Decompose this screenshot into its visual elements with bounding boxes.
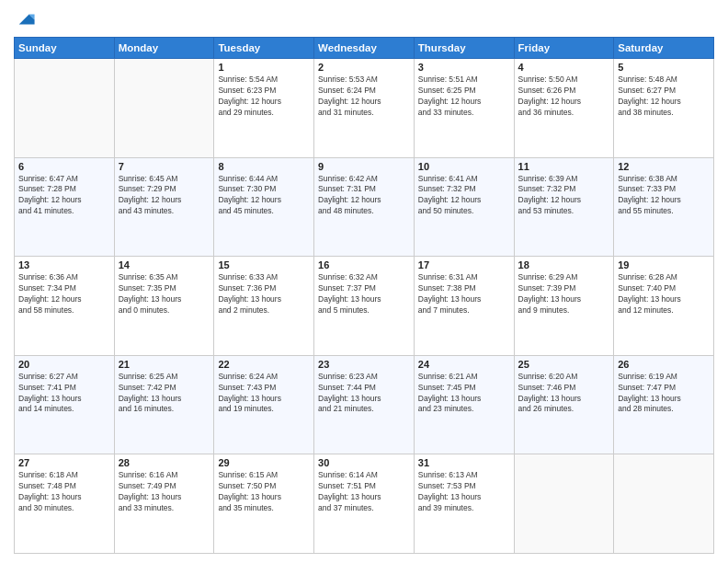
day-number: 25 <box>518 359 610 370</box>
day-info: Sunrise: 6:14 AM Sunset: 7:51 PM Dayligh… <box>318 470 410 514</box>
calendar-week-1: 1Sunrise: 5:54 AM Sunset: 6:23 PM Daylig… <box>15 59 714 158</box>
day-number: 14 <box>119 259 210 270</box>
calendar-cell: 5Sunrise: 5:48 AM Sunset: 6:27 PM Daylig… <box>614 59 714 158</box>
day-number: 22 <box>218 359 310 370</box>
day-info: Sunrise: 6:35 AM Sunset: 7:35 PM Dayligh… <box>119 272 210 316</box>
day-info: Sunrise: 6:13 AM Sunset: 7:53 PM Dayligh… <box>418 470 510 514</box>
day-number: 31 <box>418 457 510 468</box>
calendar-cell: 12Sunrise: 6:38 AM Sunset: 7:33 PM Dayli… <box>614 157 714 257</box>
day-info: Sunrise: 6:29 AM Sunset: 7:39 PM Dayligh… <box>518 272 610 316</box>
day-info: Sunrise: 6:31 AM Sunset: 7:38 PM Dayligh… <box>418 272 510 316</box>
header <box>14 9 714 29</box>
day-number: 26 <box>618 359 710 370</box>
calendar-cell: 21Sunrise: 6:25 AM Sunset: 7:42 PM Dayli… <box>114 355 214 454</box>
day-number: 20 <box>18 359 110 370</box>
day-info: Sunrise: 6:33 AM Sunset: 7:36 PM Dayligh… <box>218 272 310 316</box>
calendar-cell: 20Sunrise: 6:27 AM Sunset: 7:41 PM Dayli… <box>15 355 115 454</box>
page: SundayMondayTuesdayWednesdayThursdayFrid… <box>0 0 728 563</box>
calendar-cell: 8Sunrise: 6:44 AM Sunset: 7:30 PM Daylig… <box>214 157 314 257</box>
day-info: Sunrise: 6:24 AM Sunset: 7:43 PM Dayligh… <box>218 372 310 416</box>
day-number: 5 <box>618 62 710 73</box>
day-number: 7 <box>119 161 210 172</box>
weekday-header-sunday: Sunday <box>15 38 115 59</box>
day-number: 19 <box>618 259 710 270</box>
day-number: 28 <box>119 457 210 468</box>
weekday-header-monday: Monday <box>114 38 214 59</box>
calendar-week-4: 20Sunrise: 6:27 AM Sunset: 7:41 PM Dayli… <box>15 355 714 454</box>
calendar-cell <box>514 454 614 554</box>
calendar-cell: 31Sunrise: 6:13 AM Sunset: 7:53 PM Dayli… <box>414 454 514 554</box>
day-number: 13 <box>18 259 110 270</box>
day-info: Sunrise: 6:41 AM Sunset: 7:32 PM Dayligh… <box>418 174 510 218</box>
day-info: Sunrise: 6:44 AM Sunset: 7:30 PM Dayligh… <box>218 174 310 218</box>
day-info: Sunrise: 6:28 AM Sunset: 7:40 PM Dayligh… <box>618 272 710 316</box>
day-info: Sunrise: 6:23 AM Sunset: 7:44 PM Dayligh… <box>318 372 410 416</box>
calendar-cell: 13Sunrise: 6:36 AM Sunset: 7:34 PM Dayli… <box>15 257 115 356</box>
calendar-cell: 29Sunrise: 6:15 AM Sunset: 7:50 PM Dayli… <box>214 454 314 554</box>
day-info: Sunrise: 6:42 AM Sunset: 7:31 PM Dayligh… <box>318 174 410 218</box>
calendar-cell: 25Sunrise: 6:20 AM Sunset: 7:46 PM Dayli… <box>514 355 614 454</box>
calendar-cell: 19Sunrise: 6:28 AM Sunset: 7:40 PM Dayli… <box>614 257 714 356</box>
day-info: Sunrise: 6:21 AM Sunset: 7:45 PM Dayligh… <box>418 372 510 416</box>
calendar-cell: 4Sunrise: 5:50 AM Sunset: 6:26 PM Daylig… <box>514 59 614 158</box>
logo-icon <box>16 9 36 29</box>
weekday-header-tuesday: Tuesday <box>214 38 314 59</box>
day-number: 29 <box>218 457 310 468</box>
day-info: Sunrise: 5:51 AM Sunset: 6:25 PM Dayligh… <box>418 75 510 119</box>
calendar-cell: 23Sunrise: 6:23 AM Sunset: 7:44 PM Dayli… <box>314 355 415 454</box>
day-info: Sunrise: 6:47 AM Sunset: 7:28 PM Dayligh… <box>18 174 110 218</box>
calendar-cell: 2Sunrise: 5:53 AM Sunset: 6:24 PM Daylig… <box>314 59 415 158</box>
day-info: Sunrise: 5:50 AM Sunset: 6:26 PM Dayligh… <box>518 75 610 119</box>
day-info: Sunrise: 6:39 AM Sunset: 7:32 PM Dayligh… <box>518 174 610 218</box>
day-number: 18 <box>518 259 610 270</box>
calendar-cell: 1Sunrise: 5:54 AM Sunset: 6:23 PM Daylig… <box>214 59 314 158</box>
day-number: 16 <box>318 259 410 270</box>
calendar-cell: 7Sunrise: 6:45 AM Sunset: 7:29 PM Daylig… <box>114 157 214 257</box>
calendar-cell: 26Sunrise: 6:19 AM Sunset: 7:47 PM Dayli… <box>614 355 714 454</box>
day-number: 4 <box>518 62 610 73</box>
calendar-cell: 17Sunrise: 6:31 AM Sunset: 7:38 PM Dayli… <box>414 257 514 356</box>
calendar-cell: 18Sunrise: 6:29 AM Sunset: 7:39 PM Dayli… <box>514 257 614 356</box>
calendar-week-3: 13Sunrise: 6:36 AM Sunset: 7:34 PM Dayli… <box>15 257 714 356</box>
day-info: Sunrise: 6:15 AM Sunset: 7:50 PM Dayligh… <box>218 470 310 514</box>
day-number: 1 <box>218 62 310 73</box>
calendar-cell: 6Sunrise: 6:47 AM Sunset: 7:28 PM Daylig… <box>15 157 115 257</box>
day-info: Sunrise: 6:16 AM Sunset: 7:49 PM Dayligh… <box>119 470 210 514</box>
day-info: Sunrise: 6:19 AM Sunset: 7:47 PM Dayligh… <box>618 372 710 416</box>
day-number: 11 <box>518 161 610 172</box>
calendar-cell: 27Sunrise: 6:18 AM Sunset: 7:48 PM Dayli… <box>15 454 115 554</box>
day-number: 23 <box>318 359 410 370</box>
day-info: Sunrise: 6:27 AM Sunset: 7:41 PM Dayligh… <box>18 372 110 416</box>
logo <box>14 9 36 29</box>
day-info: Sunrise: 6:18 AM Sunset: 7:48 PM Dayligh… <box>18 470 110 514</box>
calendar-cell: 22Sunrise: 6:24 AM Sunset: 7:43 PM Dayli… <box>214 355 314 454</box>
calendar-cell: 9Sunrise: 6:42 AM Sunset: 7:31 PM Daylig… <box>314 157 415 257</box>
day-number: 10 <box>418 161 510 172</box>
day-number: 9 <box>318 161 410 172</box>
calendar-cell <box>15 59 115 158</box>
day-number: 27 <box>18 457 110 468</box>
weekday-header-friday: Friday <box>514 38 614 59</box>
day-number: 2 <box>318 62 410 73</box>
weekday-header-saturday: Saturday <box>614 38 714 59</box>
day-number: 15 <box>218 259 310 270</box>
day-info: Sunrise: 6:20 AM Sunset: 7:46 PM Dayligh… <box>518 372 610 416</box>
calendar-cell <box>614 454 714 554</box>
calendar-cell: 16Sunrise: 6:32 AM Sunset: 7:37 PM Dayli… <box>314 257 415 356</box>
calendar-cell <box>114 59 214 158</box>
day-info: Sunrise: 5:48 AM Sunset: 6:27 PM Dayligh… <box>618 75 710 119</box>
day-info: Sunrise: 6:25 AM Sunset: 7:42 PM Dayligh… <box>119 372 210 416</box>
calendar-table: SundayMondayTuesdayWednesdayThursdayFrid… <box>14 37 714 554</box>
day-number: 8 <box>218 161 310 172</box>
day-info: Sunrise: 5:54 AM Sunset: 6:23 PM Dayligh… <box>218 75 310 119</box>
calendar-cell: 24Sunrise: 6:21 AM Sunset: 7:45 PM Dayli… <box>414 355 514 454</box>
weekday-header-row: SundayMondayTuesdayWednesdayThursdayFrid… <box>15 38 714 59</box>
day-info: Sunrise: 6:36 AM Sunset: 7:34 PM Dayligh… <box>18 272 110 316</box>
day-number: 3 <box>418 62 510 73</box>
day-number: 21 <box>119 359 210 370</box>
day-number: 6 <box>18 161 110 172</box>
day-info: Sunrise: 6:45 AM Sunset: 7:29 PM Dayligh… <box>119 174 210 218</box>
calendar-cell: 15Sunrise: 6:33 AM Sunset: 7:36 PM Dayli… <box>214 257 314 356</box>
calendar-cell: 30Sunrise: 6:14 AM Sunset: 7:51 PM Dayli… <box>314 454 415 554</box>
day-info: Sunrise: 6:38 AM Sunset: 7:33 PM Dayligh… <box>618 174 710 218</box>
